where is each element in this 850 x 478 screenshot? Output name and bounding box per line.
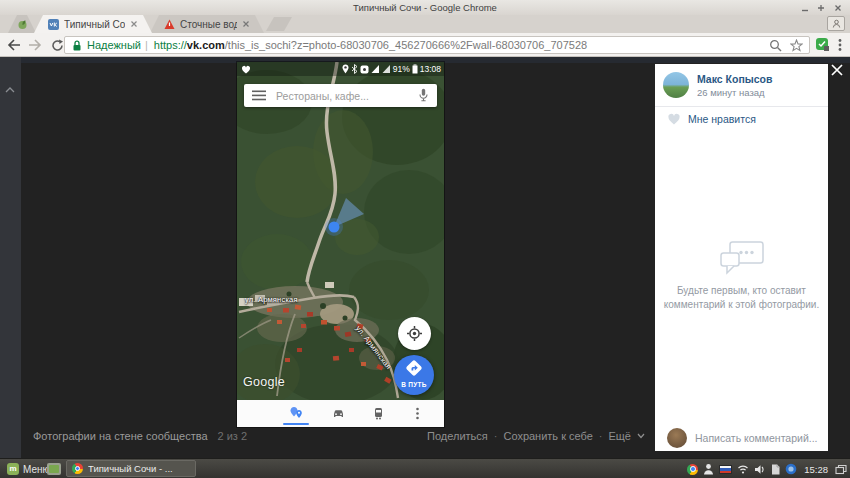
more-link[interactable]: Ещё <box>608 430 631 442</box>
taskbar-window-label: Типичный Сочи - ... <box>88 463 173 474</box>
chrome-icon <box>72 463 83 474</box>
show-desktop-button[interactable] <box>47 463 61 475</box>
security-label: Надежный <box>87 39 141 51</box>
url-domain: vk.com <box>187 39 225 51</box>
screen: Типичный Сочи - Google Chrome Типичный С… <box>0 0 850 478</box>
battery-percent: 91% <box>393 64 410 74</box>
system-tray: 15:28 <box>687 459 847 478</box>
empty-state-text: комментарий к этой фотографии. <box>655 299 828 310</box>
keyboard-layout-flag-icon[interactable] <box>719 465 732 474</box>
extension-icon[interactable] <box>814 36 830 52</box>
taskbar-clock[interactable]: 15:28 <box>804 464 828 475</box>
share-link[interactable]: Поделиться <box>427 430 488 442</box>
tab-close-icon[interactable] <box>242 20 250 28</box>
heart-icon <box>667 113 681 125</box>
save-link[interactable]: Сохранить к себе <box>503 430 592 442</box>
maximize-button[interactable] <box>816 3 826 12</box>
maps-search-placeholder: Рестораны, кафе... <box>276 90 418 102</box>
empty-comments-icon <box>719 240 765 276</box>
shield-tray-icon[interactable] <box>785 463 797 475</box>
photo-counter: 2 из 2 <box>218 430 248 442</box>
chrome-tray-icon[interactable] <box>687 464 698 475</box>
vk-left-sidebar-dimmed <box>0 57 21 458</box>
menu-label: Меню <box>23 464 50 475</box>
minimize-button[interactable] <box>800 3 810 12</box>
turn-arrow-icon <box>409 363 419 373</box>
author-avatar[interactable] <box>663 72 689 98</box>
directions-button: В ПУТЬ <box>394 355 434 395</box>
photo-actions: Поделиться · Сохранить к себе · Ещё <box>427 430 645 442</box>
clipboard-tray-icon[interactable] <box>771 464 780 475</box>
my-location-button <box>398 317 431 350</box>
more-options-icon <box>415 406 420 421</box>
maps-search-bar: Рестораны, кафе... <box>244 84 437 107</box>
desktop-icon <box>49 465 59 473</box>
divider <box>655 106 828 107</box>
browser-toolbar: Надежный | https://vk.com/this_is_sochi?… <box>0 33 850 57</box>
signal-icon-1 <box>371 64 380 74</box>
secure-lock-icon[interactable] <box>71 39 83 52</box>
tab-label: Сточные воды в реке <box>180 19 237 30</box>
pinned-tab[interactable] <box>8 15 36 33</box>
warning-favicon <box>164 19 175 30</box>
url-scheme: https:// <box>154 39 187 51</box>
pinned-tab-favicon <box>17 19 28 30</box>
battery-icon <box>412 64 418 74</box>
window-list-icon[interactable] <box>835 464 847 475</box>
explore-places-icon <box>289 406 304 421</box>
action-separator: · <box>494 430 498 442</box>
close-window-button[interactable] <box>833 3 843 12</box>
tab-tipichny-sochi[interactable]: Типичный Сочи <box>34 15 152 33</box>
directions-label: В ПУТЬ <box>394 381 434 388</box>
new-tab-button[interactable] <box>266 17 292 31</box>
window-title: Типичный Сочи - Google Chrome <box>0 0 850 15</box>
user-tray-icon[interactable] <box>703 463 714 475</box>
desktop-taskbar: m Меню Типичный Сочи - ... <box>0 458 850 478</box>
forward-button[interactable] <box>27 37 43 53</box>
comment-input[interactable]: Написать комментарий... <box>667 428 818 448</box>
microphone-icon <box>418 88 429 103</box>
photo-timestamp: 26 минут назад <box>697 87 765 98</box>
browser-profile-button[interactable] <box>827 16 845 31</box>
vk-favicon <box>48 19 59 30</box>
taskbar-window-button[interactable]: Типичный Сочи - ... <box>66 460 196 477</box>
heart-notification-icon <box>241 65 251 74</box>
comments-panel: Макс Копысов 26 минут назад Мне нравится… <box>655 64 828 451</box>
chevron-up-icon <box>5 87 15 93</box>
phone-status-bar: 91% 13:08 <box>237 62 444 76</box>
tab-close-icon[interactable] <box>130 20 138 28</box>
back-button[interactable] <box>6 37 22 53</box>
app-status-icon <box>360 65 369 74</box>
comment-placeholder: Написать комментарий... <box>695 432 818 444</box>
action-separator: · <box>599 430 603 442</box>
photo-phone-screenshot[interactable]: 91% 13:08 Рестораны, кафе... <box>237 62 444 427</box>
chevron-down-icon <box>637 433 645 439</box>
close-icon <box>830 63 844 77</box>
person-icon <box>832 19 841 28</box>
active-tab-underline <box>283 423 309 426</box>
volume-icon[interactable] <box>754 464 766 475</box>
phone-clock: 13:08 <box>420 64 441 74</box>
caption-text: Фотографии на стене сообщества <box>33 430 208 442</box>
viewer-close-button[interactable] <box>828 61 846 79</box>
google-watermark: Google <box>243 375 285 389</box>
zoom-icon[interactable] <box>769 39 782 52</box>
maps-bottom-nav <box>237 400 444 427</box>
reload-button[interactable] <box>49 37 65 53</box>
author-name-link[interactable]: Макс Копысов <box>697 73 772 85</box>
network-icon[interactable] <box>737 464 749 474</box>
tab-label: Типичный Сочи <box>64 19 125 30</box>
url-path: /this_is_sochi?z=photo-68030706_45627066… <box>225 39 587 51</box>
like-button[interactable]: Мне нравится <box>667 113 756 125</box>
signal-icon-2 <box>382 64 391 74</box>
empty-state-text: Будьте первым, кто оставит <box>655 285 828 296</box>
address-bar[interactable]: Надежный | https://vk.com/this_is_sochi?… <box>64 36 810 54</box>
transit-icon <box>371 406 386 421</box>
window-titlebar: Типичный Сочи - Google Chrome <box>0 0 850 15</box>
street-label: ул. Армянская <box>245 295 298 304</box>
tab-stochnye-vody[interactable]: Сточные воды в реке <box>150 15 264 33</box>
bookmark-star-icon[interactable] <box>790 39 803 52</box>
browser-menu-icon[interactable] <box>832 37 848 53</box>
bluetooth-icon <box>351 64 358 74</box>
driving-icon <box>331 406 346 421</box>
